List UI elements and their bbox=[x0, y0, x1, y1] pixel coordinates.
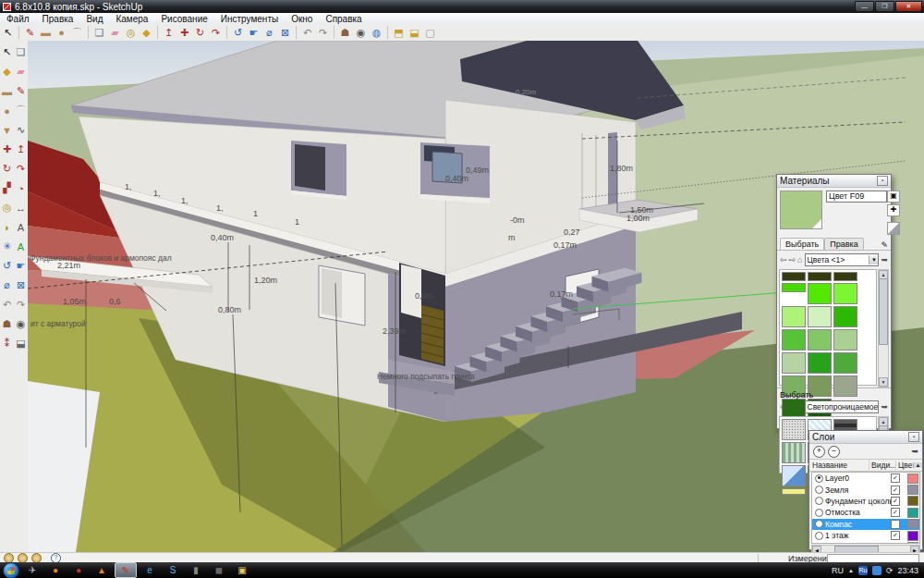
color-swatch[interactable] bbox=[808, 272, 832, 281]
share-model-icon[interactable]: ⬓ bbox=[407, 25, 422, 40]
materials-scrollbar[interactable]: ▲▼ bbox=[878, 269, 889, 387]
home-icon[interactable]: ⌂ bbox=[797, 255, 802, 264]
layer-visible-checkbox[interactable]: ✓ bbox=[891, 473, 900, 483]
rotate-tool-icon[interactable]: ↻ bbox=[0, 159, 14, 178]
eraser-tool-icon[interactable]: ▰ bbox=[107, 25, 123, 40]
rectangle-tool-icon[interactable]: ▬ bbox=[38, 25, 54, 40]
3d-text-tool-icon[interactable]: A bbox=[14, 237, 28, 256]
look-around-tool-icon[interactable]: ◉ bbox=[353, 25, 369, 40]
sample-paint-icon[interactable]: ✎ bbox=[881, 240, 888, 250]
column-name[interactable]: Название bbox=[809, 461, 869, 470]
layer-row-Земля[interactable]: Земля✓ bbox=[812, 484, 919, 495]
next-view-icon[interactable]: ↷ bbox=[14, 295, 28, 314]
layer-visible-checkbox[interactable]: ✓ bbox=[891, 543, 900, 544]
texture-swatch-speckle[interactable] bbox=[782, 419, 806, 440]
paint-bucket-tool-icon[interactable]: ◆ bbox=[139, 25, 154, 40]
layer-current-radio[interactable] bbox=[815, 520, 823, 528]
make-component-icon[interactable]: ❏ bbox=[91, 25, 107, 40]
layer-current-radio[interactable] bbox=[815, 497, 823, 505]
text-tool-icon[interactable]: A bbox=[14, 217, 28, 237]
color-swatch[interactable] bbox=[833, 375, 857, 397]
layer-visible-checkbox[interactable]: ✓ bbox=[891, 497, 900, 506]
scale-tool-icon[interactable]: ▞ bbox=[0, 178, 14, 198]
tray-app-icon[interactable] bbox=[872, 566, 881, 575]
select-tool-icon[interactable]: ↖ bbox=[0, 43, 14, 62]
taskbar-app-skype[interactable]: S bbox=[163, 563, 183, 577]
color-swatch[interactable] bbox=[782, 329, 806, 350]
material-name-field[interactable]: Цвет F09 bbox=[826, 191, 887, 203]
home-icon[interactable]: ⌂ bbox=[797, 402, 802, 412]
line-tool-icon[interactable]: ✎ bbox=[22, 25, 38, 40]
axes-tool-icon[interactable]: ✳ bbox=[0, 237, 14, 256]
menu-Правка[interactable]: Правка bbox=[36, 14, 80, 24]
tab-select[interactable]: Выбрать bbox=[780, 238, 824, 250]
taskbar-app-dark2[interactable]: ◼ bbox=[209, 563, 229, 577]
layer-visible-checkbox[interactable]: ✓ bbox=[891, 508, 900, 517]
circle-tool-icon[interactable]: ● bbox=[54, 25, 69, 40]
layer-visible-checkbox[interactable] bbox=[891, 520, 900, 529]
rectangle-tool-icon[interactable]: ▬ bbox=[0, 81, 14, 101]
texture-swatch-green-stripes[interactable] bbox=[782, 442, 806, 463]
tape-measure-tool-icon[interactable]: ◎ bbox=[123, 25, 139, 40]
layer-row-1 этаж[interactable]: 1 этаж✓ bbox=[812, 530, 919, 541]
menu-Окно[interactable]: Окно bbox=[285, 14, 319, 24]
menu-Файл[interactable]: Файл bbox=[0, 14, 36, 24]
taskbar-app-sketchup[interactable]: ✎ bbox=[115, 562, 137, 578]
back-arrow-icon[interactable]: ⇦ bbox=[780, 255, 787, 264]
close-button[interactable]: ✕ bbox=[895, 1, 922, 12]
layer-color-swatch[interactable] bbox=[907, 485, 918, 495]
start-button[interactable] bbox=[3, 562, 19, 578]
layer-current-radio[interactable] bbox=[815, 486, 823, 494]
layer-color-swatch[interactable] bbox=[907, 531, 918, 541]
display-secondary-pane-icon[interactable]: ▣ bbox=[887, 191, 900, 203]
zoom-extents-tool-icon[interactable]: ⊠ bbox=[14, 276, 28, 295]
maximize-button[interactable]: ❐ bbox=[875, 1, 894, 12]
layer-visible-checkbox[interactable]: ✓ bbox=[891, 531, 900, 540]
column-color[interactable]: Цве bbox=[896, 461, 913, 470]
rotate-tool-icon[interactable]: ↻ bbox=[192, 25, 208, 40]
tray-expand-icon[interactable]: ▲ bbox=[848, 568, 854, 573]
color-swatch[interactable] bbox=[833, 283, 857, 304]
color-swatch[interactable] bbox=[808, 306, 832, 327]
orbit-tool-icon[interactable]: ↺ bbox=[0, 256, 14, 276]
layer-current-radio[interactable] bbox=[815, 532, 823, 540]
layers-panel-close-icon[interactable]: ▪ bbox=[908, 432, 919, 442]
collection-dropdown[interactable]: Цвета <1>▼ bbox=[805, 253, 880, 266]
layer-row-Layer0[interactable]: Layer0✓ bbox=[812, 473, 919, 484]
menu-Вид[interactable]: Вид bbox=[79, 14, 109, 24]
arc-tool-icon[interactable]: ⌒ bbox=[69, 25, 85, 40]
move-tool-icon[interactable]: ✚ bbox=[0, 140, 14, 159]
tray-update-icon[interactable]: ⟳ bbox=[886, 566, 894, 575]
layer-color-swatch[interactable] bbox=[907, 519, 918, 529]
preview-model-icon[interactable]: ▢ bbox=[422, 25, 438, 40]
taskbar-app-dark1[interactable]: ▮ bbox=[186, 563, 206, 577]
clock[interactable]: 23:43 bbox=[897, 566, 918, 575]
layer-current-radio[interactable] bbox=[815, 474, 823, 483]
details-arrow-icon[interactable]: ➥ bbox=[881, 255, 888, 264]
offset-tool-icon[interactable]: ◔ bbox=[14, 178, 28, 198]
move-tool-icon[interactable]: ✚ bbox=[176, 25, 192, 40]
orbit-tool-icon[interactable]: ↺ bbox=[230, 25, 246, 40]
layer-color-swatch[interactable] bbox=[907, 473, 918, 484]
look-around-tool-icon[interactable]: ◉ bbox=[14, 314, 28, 334]
position-camera-tool-icon[interactable]: ☗ bbox=[0, 314, 14, 334]
materials-panel-close-icon[interactable]: ▪ bbox=[877, 176, 888, 186]
protractor-tool-icon[interactable]: ◗ bbox=[0, 217, 14, 237]
google-earth-icon[interactable]: ◍ bbox=[369, 25, 384, 40]
layer-row-Отмостка[interactable]: Отмостка✓ bbox=[812, 507, 919, 518]
select-tool-icon[interactable]: ↖ bbox=[0, 25, 16, 40]
secondary-collection-dropdown[interactable]: Светопроницаемое▼ bbox=[805, 400, 880, 413]
arc-tool-icon[interactable]: ⌒ bbox=[14, 101, 28, 120]
layer-color-swatch[interactable] bbox=[907, 542, 918, 544]
taskbar-app-vlc[interactable]: ▲ bbox=[91, 563, 112, 577]
next-view-icon[interactable]: ↷ bbox=[315, 25, 331, 40]
polygon-tool-icon[interactable]: ▼ bbox=[0, 120, 14, 140]
eraser-tool-icon[interactable]: ▰ bbox=[14, 62, 28, 81]
menu-Инструменты[interactable]: Инструменты bbox=[214, 14, 285, 24]
tab-edit[interactable]: Правка bbox=[824, 238, 863, 250]
position-camera-tool-icon[interactable]: ☗ bbox=[337, 25, 353, 40]
taskbar-app-ie[interactable]: e bbox=[140, 563, 160, 577]
zoom-extents-tool-icon[interactable]: ⊠ bbox=[277, 25, 293, 40]
layers-scroll-up-icon[interactable]: ▲ bbox=[913, 462, 922, 468]
color-swatch[interactable] bbox=[782, 352, 806, 374]
